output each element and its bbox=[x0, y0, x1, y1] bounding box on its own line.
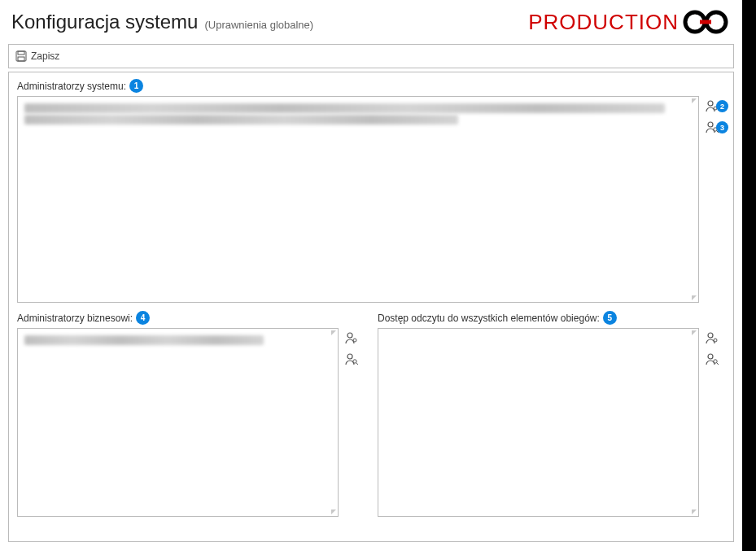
resize-handle-icon bbox=[692, 330, 697, 335]
section-readall-header: Dostęp odczytu do wszystkich elementów o… bbox=[378, 311, 725, 325]
svg-point-13 bbox=[347, 354, 352, 359]
sysadmins-side-icons: 2 3 bbox=[704, 96, 725, 303]
logo-icon bbox=[682, 7, 731, 37]
header-left: Konfiguracja systemu (Uprawnienia global… bbox=[11, 11, 313, 33]
section-readall-label: Dostęp odczytu do wszystkich elementów o… bbox=[378, 313, 600, 324]
svg-rect-5 bbox=[18, 57, 24, 61]
help-badge-add[interactable]: 2 bbox=[716, 100, 728, 112]
save-icon bbox=[15, 50, 27, 62]
svg-point-14 bbox=[353, 360, 356, 363]
content-panel: Administratorzy systemu: 1 bbox=[8, 72, 734, 542]
section-bizadmins: Administratorzy biznesowi: 4 bbox=[17, 311, 365, 517]
svg-point-11 bbox=[347, 333, 352, 338]
readall-listbox[interactable] bbox=[378, 328, 699, 517]
add-user-button[interactable] bbox=[343, 330, 360, 346]
sysadmins-listbox[interactable] bbox=[17, 96, 699, 303]
section-sysadmins-header: Administratorzy systemu: 1 bbox=[17, 79, 725, 93]
add-user-button[interactable]: 2 bbox=[704, 98, 720, 114]
environment-label: PRODUCTION bbox=[528, 10, 679, 35]
user-search-icon bbox=[344, 352, 359, 366]
svg-point-8 bbox=[708, 122, 713, 127]
search-user-button[interactable] bbox=[704, 351, 720, 367]
section-bizadmins-header: Administratorzy biznesowi: 4 bbox=[17, 311, 365, 325]
help-badge-sysadmins[interactable]: 1 bbox=[129, 79, 143, 93]
resize-handle-icon bbox=[692, 98, 697, 103]
svg-line-20 bbox=[717, 363, 719, 365]
bizadmins-listbox[interactable] bbox=[17, 328, 339, 517]
page-subtitle: (Uprawnienia globalne) bbox=[204, 19, 313, 31]
header-right: PRODUCTION bbox=[528, 7, 731, 37]
svg-point-6 bbox=[708, 101, 713, 106]
bizadmins-side-icons bbox=[343, 328, 365, 517]
help-badge-search[interactable]: 3 bbox=[716, 121, 728, 133]
resize-handle-icon bbox=[692, 509, 697, 514]
svg-point-19 bbox=[714, 360, 717, 363]
header: Konfiguracja systemu (Uprawnienia global… bbox=[0, 0, 742, 41]
add-user-button[interactable] bbox=[704, 330, 720, 346]
svg-line-15 bbox=[356, 363, 358, 365]
svg-point-17 bbox=[714, 339, 717, 342]
resize-handle-icon bbox=[692, 295, 697, 300]
section-readall: Dostęp odczytu do wszystkich elementów o… bbox=[378, 311, 725, 517]
svg-point-12 bbox=[353, 339, 356, 342]
search-user-button[interactable] bbox=[343, 351, 360, 367]
readall-side-icons bbox=[704, 328, 725, 517]
resize-handle-icon bbox=[331, 330, 336, 335]
user-search-icon bbox=[705, 352, 719, 366]
svg-point-18 bbox=[708, 354, 713, 359]
svg-rect-4 bbox=[18, 51, 24, 55]
save-button-label: Zapisz bbox=[31, 50, 59, 62]
resize-handle-icon bbox=[331, 509, 336, 514]
right-margin-bar bbox=[742, 0, 756, 551]
search-user-button[interactable]: 3 bbox=[704, 119, 720, 135]
help-badge-bizadmins[interactable]: 4 bbox=[136, 311, 150, 325]
bottom-row: Administratorzy biznesowi: 4 bbox=[17, 311, 725, 517]
svg-rect-2 bbox=[700, 20, 711, 24]
page-title: Konfiguracja systemu bbox=[11, 11, 198, 33]
section-bizadmins-label: Administratorzy biznesowi: bbox=[17, 313, 133, 324]
toolbar: Zapisz bbox=[8, 44, 734, 68]
user-add-icon bbox=[705, 330, 719, 345]
section-sysadmins: Administratorzy systemu: 1 bbox=[17, 79, 725, 303]
svg-point-16 bbox=[708, 333, 713, 338]
user-add-icon bbox=[344, 330, 359, 345]
help-badge-readall[interactable]: 5 bbox=[603, 311, 617, 325]
save-button[interactable]: Zapisz bbox=[15, 50, 59, 62]
section-sysadmins-label: Administratorzy systemu: bbox=[17, 81, 126, 92]
